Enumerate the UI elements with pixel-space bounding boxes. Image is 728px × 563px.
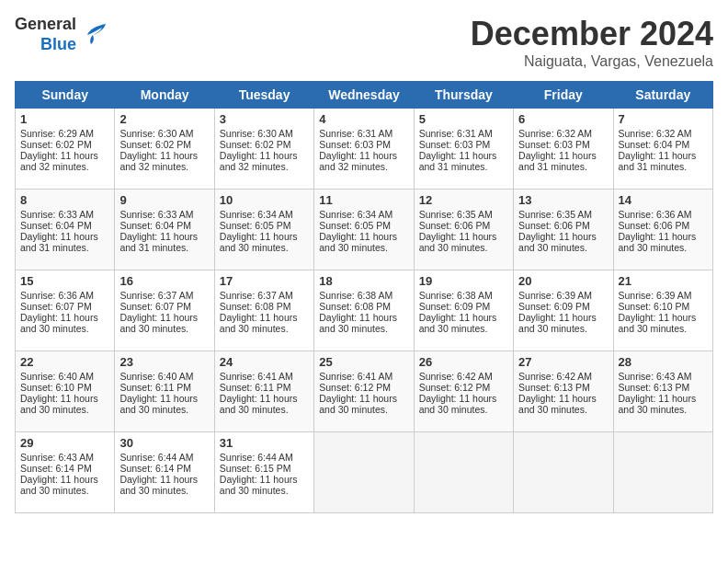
logo-line2: Blue bbox=[40, 35, 76, 55]
calendar-cell: 30Sunrise: 6:44 AMSunset: 6:14 PMDayligh… bbox=[115, 432, 214, 513]
calendar-cell: 14Sunrise: 6:36 AMSunset: 6:06 PMDayligh… bbox=[613, 190, 712, 270]
calendar-cell: 27Sunrise: 6:42 AMSunset: 6:13 PMDayligh… bbox=[514, 351, 613, 432]
day-number: 7 bbox=[619, 112, 708, 126]
day-number: 16 bbox=[119, 274, 209, 288]
calendar-cell: 12Sunrise: 6:35 AMSunset: 6:06 PMDayligh… bbox=[414, 190, 513, 270]
day-number: 14 bbox=[619, 193, 708, 207]
calendar-cell: 21Sunrise: 6:39 AMSunset: 6:10 PMDayligh… bbox=[613, 270, 712, 351]
day-number: 10 bbox=[220, 193, 309, 207]
col-header-saturday: Saturday bbox=[613, 82, 712, 109]
calendar-cell: 6Sunrise: 6:32 AMSunset: 6:03 PMDaylight… bbox=[514, 109, 613, 190]
calendar-week-row: 8Sunrise: 6:33 AMSunset: 6:04 PMDaylight… bbox=[16, 190, 713, 270]
logo-line1: General bbox=[15, 15, 76, 35]
day-number: 11 bbox=[319, 193, 408, 207]
calendar-cell: 2Sunrise: 6:30 AMSunset: 6:02 PMDaylight… bbox=[115, 109, 214, 190]
calendar-cell bbox=[613, 432, 712, 513]
month-title: December 2024 bbox=[471, 15, 713, 53]
calendar-cell bbox=[414, 432, 513, 513]
logo-bird-icon bbox=[80, 17, 109, 52]
col-header-sunday: Sunday bbox=[16, 82, 115, 109]
calendar-cell: 26Sunrise: 6:42 AMSunset: 6:12 PMDayligh… bbox=[414, 351, 513, 432]
day-number: 29 bbox=[20, 436, 109, 450]
calendar-cell bbox=[314, 432, 414, 513]
day-number: 2 bbox=[119, 112, 209, 126]
col-header-friday: Friday bbox=[514, 82, 613, 109]
calendar-table: SundayMondayTuesdayWednesdayThursdayFrid… bbox=[15, 81, 713, 513]
day-number: 30 bbox=[119, 436, 209, 450]
calendar-cell: 5Sunrise: 6:31 AMSunset: 6:03 PMDaylight… bbox=[414, 109, 513, 190]
day-number: 17 bbox=[220, 274, 309, 288]
calendar-cell: 18Sunrise: 6:38 AMSunset: 6:08 PMDayligh… bbox=[314, 270, 414, 351]
col-header-monday: Monday bbox=[115, 82, 214, 109]
col-header-tuesday: Tuesday bbox=[214, 82, 313, 109]
day-number: 25 bbox=[319, 355, 408, 369]
calendar-cell: 24Sunrise: 6:41 AMSunset: 6:11 PMDayligh… bbox=[214, 351, 313, 432]
day-number: 13 bbox=[518, 193, 608, 207]
day-number: 26 bbox=[419, 355, 508, 369]
day-number: 15 bbox=[20, 274, 109, 288]
day-number: 5 bbox=[419, 112, 508, 126]
day-number: 8 bbox=[20, 193, 109, 207]
calendar-cell: 15Sunrise: 6:36 AMSunset: 6:07 PMDayligh… bbox=[16, 270, 115, 351]
calendar-cell: 16Sunrise: 6:37 AMSunset: 6:07 PMDayligh… bbox=[115, 270, 214, 351]
calendar-cell bbox=[514, 432, 613, 513]
calendar-cell: 3Sunrise: 6:30 AMSunset: 6:02 PMDaylight… bbox=[214, 109, 313, 190]
calendar-cell: 13Sunrise: 6:35 AMSunset: 6:06 PMDayligh… bbox=[514, 190, 613, 270]
calendar-week-row: 1Sunrise: 6:29 AMSunset: 6:02 PMDaylight… bbox=[16, 109, 713, 190]
calendar-week-row: 15Sunrise: 6:36 AMSunset: 6:07 PMDayligh… bbox=[16, 270, 713, 351]
calendar-header-row: SundayMondayTuesdayWednesdayThursdayFrid… bbox=[16, 82, 713, 109]
calendar-cell: 9Sunrise: 6:33 AMSunset: 6:04 PMDaylight… bbox=[115, 190, 214, 270]
calendar-cell: 31Sunrise: 6:44 AMSunset: 6:15 PMDayligh… bbox=[214, 432, 313, 513]
calendar-cell: 1Sunrise: 6:29 AMSunset: 6:02 PMDaylight… bbox=[16, 109, 115, 190]
calendar-cell: 29Sunrise: 6:43 AMSunset: 6:14 PMDayligh… bbox=[16, 432, 115, 513]
calendar-cell: 11Sunrise: 6:34 AMSunset: 6:05 PMDayligh… bbox=[314, 190, 414, 270]
calendar-cell: 25Sunrise: 6:41 AMSunset: 6:12 PMDayligh… bbox=[314, 351, 414, 432]
page-header: General Blue December 2024 Naiguata, Var… bbox=[15, 15, 713, 70]
calendar-cell: 4Sunrise: 6:31 AMSunset: 6:03 PMDaylight… bbox=[314, 109, 414, 190]
col-header-thursday: Thursday bbox=[414, 82, 513, 109]
title-section: December 2024 Naiguata, Vargas, Venezuel… bbox=[471, 15, 713, 70]
calendar-cell: 28Sunrise: 6:43 AMSunset: 6:13 PMDayligh… bbox=[613, 351, 712, 432]
location: Naiguata, Vargas, Venezuela bbox=[471, 53, 713, 70]
col-header-wednesday: Wednesday bbox=[314, 82, 414, 109]
day-number: 28 bbox=[619, 355, 708, 369]
day-number: 31 bbox=[220, 436, 309, 450]
calendar-week-row: 29Sunrise: 6:43 AMSunset: 6:14 PMDayligh… bbox=[16, 432, 713, 513]
calendar-week-row: 22Sunrise: 6:40 AMSunset: 6:10 PMDayligh… bbox=[16, 351, 713, 432]
day-number: 19 bbox=[419, 274, 508, 288]
calendar-cell: 10Sunrise: 6:34 AMSunset: 6:05 PMDayligh… bbox=[214, 190, 313, 270]
day-number: 22 bbox=[20, 355, 109, 369]
day-number: 24 bbox=[220, 355, 309, 369]
day-number: 1 bbox=[20, 112, 109, 126]
day-number: 27 bbox=[518, 355, 608, 369]
day-number: 21 bbox=[619, 274, 708, 288]
calendar-cell: 20Sunrise: 6:39 AMSunset: 6:09 PMDayligh… bbox=[514, 270, 613, 351]
day-number: 18 bbox=[319, 274, 408, 288]
day-number: 6 bbox=[518, 112, 608, 126]
calendar-cell: 8Sunrise: 6:33 AMSunset: 6:04 PMDaylight… bbox=[16, 190, 115, 270]
calendar-cell: 7Sunrise: 6:32 AMSunset: 6:04 PMDaylight… bbox=[613, 109, 712, 190]
calendar-cell: 23Sunrise: 6:40 AMSunset: 6:11 PMDayligh… bbox=[115, 351, 214, 432]
day-number: 9 bbox=[119, 193, 209, 207]
logo: General Blue bbox=[15, 15, 109, 54]
day-number: 12 bbox=[419, 193, 508, 207]
calendar-cell: 19Sunrise: 6:38 AMSunset: 6:09 PMDayligh… bbox=[414, 270, 513, 351]
calendar-cell: 22Sunrise: 6:40 AMSunset: 6:10 PMDayligh… bbox=[16, 351, 115, 432]
calendar-cell: 17Sunrise: 6:37 AMSunset: 6:08 PMDayligh… bbox=[214, 270, 313, 351]
day-number: 23 bbox=[119, 355, 209, 369]
day-number: 4 bbox=[319, 112, 408, 126]
day-number: 20 bbox=[518, 274, 608, 288]
day-number: 3 bbox=[220, 112, 309, 126]
